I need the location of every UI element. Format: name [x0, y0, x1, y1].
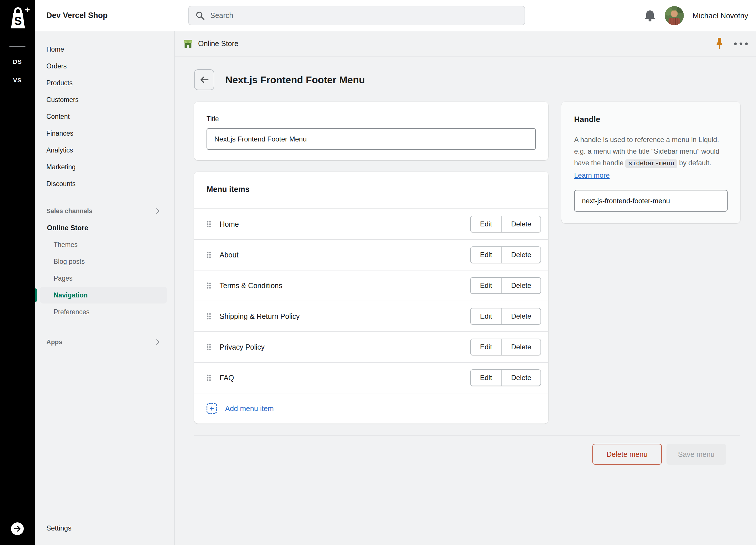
sidebar-subitem-blog-posts[interactable]: Blog posts	[40, 253, 167, 270]
title-input[interactable]	[207, 128, 536, 150]
shop-name: Dev Vercel Shop	[46, 11, 108, 20]
delete-button[interactable]: Delete	[501, 247, 540, 262]
sidebar-item-settings[interactable]: Settings	[35, 520, 174, 537]
sidebar-item-marketing[interactable]: Marketing	[35, 158, 174, 175]
sidebar-item-content[interactable]: Content	[35, 108, 174, 125]
save-menu-button[interactable]: Save menu	[666, 444, 726, 465]
dashed-plus-icon: +	[207, 403, 217, 414]
collapse-arrow-button[interactable]	[11, 522, 24, 535]
sidebar-item-orders[interactable]: Orders	[35, 58, 174, 74]
add-menu-item-label: Add menu item	[225, 404, 274, 413]
title-field-label: Title	[207, 115, 536, 123]
delete-button[interactable]: Delete	[501, 339, 540, 355]
title-card: Title	[194, 102, 548, 160]
footer-actions: Delete menu Save menu	[194, 444, 740, 465]
edit-delete-button-group: Edit Delete	[470, 246, 541, 263]
edit-delete-button-group: Edit Delete	[470, 308, 541, 325]
edit-delete-button-group: Edit Delete	[470, 277, 541, 294]
menu-items-heading: Menu items	[207, 185, 536, 194]
chevron-right-icon	[156, 207, 160, 214]
sidebar-section-sales-channels[interactable]: Sales channels	[35, 203, 174, 219]
menu-item-label: About	[220, 251, 238, 259]
sidebar-main-list: HomeOrdersProductsCustomersContentFinanc…	[35, 41, 174, 192]
active-indicator	[35, 289, 37, 302]
shopify-logo-icon[interactable]: S +	[0, 0, 35, 35]
context-title: Online Store	[198, 39, 238, 48]
notifications-bell-icon[interactable]	[644, 9, 656, 22]
back-button[interactable]	[194, 69, 214, 90]
search-input[interactable]	[210, 11, 518, 20]
settings-label: Settings	[46, 524, 72, 532]
handle-input[interactable]	[574, 190, 728, 211]
drag-handle-icon[interactable]	[207, 220, 211, 228]
online-store-label: Online Store	[47, 224, 88, 232]
edit-button[interactable]: Edit	[471, 309, 501, 324]
user-name[interactable]: Michael Novotny	[693, 11, 748, 20]
top-bar-right: Michael Novotny	[644, 0, 748, 31]
rail-store-badge-ds[interactable]: DS	[13, 58, 22, 65]
apps-label: Apps	[46, 338, 62, 346]
ellipsis-icon[interactable]	[733, 42, 748, 45]
pin-icon[interactable]	[714, 37, 725, 51]
edit-button[interactable]: Edit	[471, 278, 501, 294]
menu-item-label: Privacy Policy	[220, 343, 265, 351]
sidebar-item-online-store[interactable]: Online Store	[35, 219, 174, 236]
sidebar-item-home[interactable]: Home	[35, 41, 174, 58]
menu-items-list: Home Edit Delete About Edit Delete Terms…	[194, 208, 548, 393]
edit-delete-button-group: Edit Delete	[470, 369, 541, 386]
edit-delete-button-group: Edit Delete	[470, 216, 541, 232]
sidebar-subitem-navigation[interactable]: Navigation	[40, 287, 167, 304]
sidebar: HomeOrdersProductsCustomersContentFinanc…	[35, 31, 175, 545]
sidebar-item-analytics[interactable]: Analytics	[35, 142, 174, 158]
drag-handle-icon[interactable]	[207, 282, 211, 289]
delete-button[interactable]: Delete	[501, 278, 540, 294]
menu-item-row: Shipping & Return Policy Edit Delete	[194, 301, 548, 331]
avatar[interactable]	[665, 6, 684, 25]
svg-text:S: S	[14, 14, 22, 27]
drag-handle-icon[interactable]	[207, 374, 211, 382]
menu-item-row: Privacy Policy Edit Delete	[194, 331, 548, 362]
delete-menu-button[interactable]: Delete menu	[592, 444, 662, 465]
delete-button[interactable]: Delete	[501, 309, 540, 324]
menu-item-label: FAQ	[220, 374, 234, 382]
app-rail: S + DS VS	[0, 0, 35, 545]
drag-handle-icon[interactable]	[207, 313, 211, 320]
menu-items-card: Menu items Home Edit Delete About Edit D…	[194, 172, 548, 424]
sidebar-subitem-preferences[interactable]: Preferences	[40, 304, 167, 320]
apps-section: Apps	[35, 334, 174, 351]
sidebar-item-customers[interactable]: Customers	[35, 91, 174, 108]
menu-items-card-header: Menu items	[194, 172, 548, 208]
handle-code-chip: sidebar-menu	[625, 159, 677, 168]
menu-item-row: Terms & Conditions Edit Delete	[194, 270, 548, 301]
sidebar-subitem-themes[interactable]: Themes	[40, 236, 167, 253]
drag-handle-icon[interactable]	[207, 343, 211, 351]
sidebar-item-discounts[interactable]: Discounts	[35, 175, 174, 192]
sidebar-item-products[interactable]: Products	[35, 74, 174, 91]
sales-channels-label: Sales channels	[46, 207, 92, 215]
sidebar-section-apps[interactable]: Apps	[35, 334, 174, 351]
main-area: Online Store Next.js Frontend Footer Men…	[175, 31, 756, 545]
sidebar-item-finances[interactable]: Finances	[35, 125, 174, 142]
chevron-right-icon	[156, 339, 160, 346]
add-menu-item-row: + Add menu item	[194, 393, 548, 424]
arrow-right-icon	[14, 525, 21, 533]
search-box[interactable]	[188, 6, 525, 25]
add-menu-item-button[interactable]: + Add menu item	[207, 403, 274, 414]
menu-item-label: Shipping & Return Policy	[220, 312, 300, 321]
edit-button[interactable]: Edit	[471, 247, 501, 262]
delete-button[interactable]: Delete	[501, 216, 540, 232]
edit-button[interactable]: Edit	[471, 370, 501, 386]
top-bar: Dev Vercel Shop Mich	[35, 0, 756, 31]
learn-more-link[interactable]: Learn more	[574, 171, 610, 179]
delete-button[interactable]: Delete	[501, 370, 540, 386]
footer-divider	[194, 435, 740, 436]
online-store-sub-list: Themes Blog posts Pages Navigation Prefe…	[35, 236, 174, 320]
edit-button[interactable]: Edit	[471, 216, 501, 232]
sidebar-subitem-pages[interactable]: Pages	[40, 270, 167, 287]
rail-store-badge-vs[interactable]: VS	[13, 77, 22, 84]
arrow-left-icon	[199, 75, 209, 85]
edit-button[interactable]: Edit	[471, 339, 501, 355]
page-header: Next.js Frontend Footer Menu	[194, 69, 740, 90]
context-bar: Online Store	[175, 31, 756, 56]
drag-handle-icon[interactable]	[207, 251, 211, 258]
